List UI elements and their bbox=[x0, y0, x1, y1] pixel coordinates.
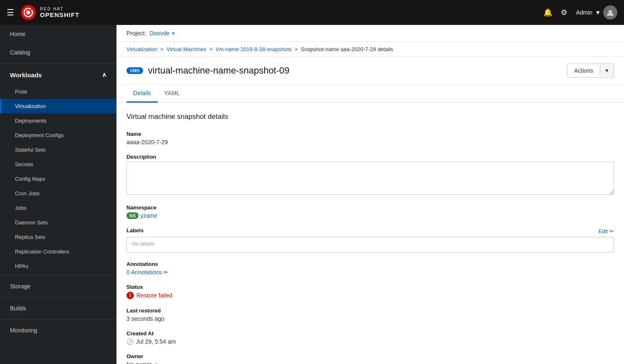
sidebar-item-deployment-configs[interactable]: Deployment Configs bbox=[0, 128, 116, 143]
project-bar: Project: Doovde bbox=[116, 25, 624, 42]
sidebar-item-monitoring[interactable]: Monitoring bbox=[0, 321, 116, 339]
status-value: ! Restore failed bbox=[126, 292, 614, 299]
svg-point-2 bbox=[26, 10, 30, 15]
labels-edit-icon: ✏ bbox=[609, 228, 614, 234]
sidebar-item-stateful-sets[interactable]: Stateful Sets bbox=[0, 143, 116, 157]
project-label: Project: bbox=[126, 30, 146, 37]
sidebar-item-config-maps[interactable]: Config Maps bbox=[0, 172, 116, 186]
owner-value: No owner bbox=[126, 361, 151, 364]
sidebar-item-deployments[interactable]: Deployments bbox=[0, 113, 116, 128]
settings-gear-icon[interactable]: ⚙ bbox=[561, 8, 567, 17]
avatar bbox=[603, 5, 617, 20]
vms-badge: VMS bbox=[126, 67, 143, 74]
sidebar-item-replica-sets[interactable]: Replica Sets bbox=[0, 230, 116, 244]
name-label: Name bbox=[126, 131, 614, 137]
last-restored-label: Last restored bbox=[126, 307, 614, 314]
sidebar-item-hpas[interactable]: HPAs bbox=[0, 259, 116, 273]
last-restored-value: 3 seconds ago bbox=[126, 315, 614, 322]
description-textarea[interactable] bbox=[126, 162, 614, 195]
annotations-link[interactable]: 0 Annotations ✏ bbox=[126, 269, 614, 275]
main-content: Project: Doovde Virtualization > Virtual… bbox=[116, 25, 624, 364]
tab-details[interactable]: Details bbox=[126, 85, 158, 103]
breadcrumb-virtual-machines[interactable]: Virtual Machines bbox=[166, 46, 206, 52]
tabs: Details YAML bbox=[116, 85, 624, 103]
actions-label: Actions bbox=[567, 64, 600, 77]
content-area: Virtual machine snapshot details Name aa… bbox=[116, 103, 624, 364]
namespace-value-link[interactable]: yzamir bbox=[140, 212, 157, 219]
field-created-at: Created At 🕐 Jul 29, 5:54 am bbox=[126, 330, 614, 345]
hamburger-menu-button[interactable]: ☰ bbox=[7, 7, 14, 17]
status-error-icon: ! bbox=[126, 292, 134, 299]
sidebar-item-secrets[interactable]: Secrets bbox=[0, 157, 116, 172]
namespace-label: Namespace bbox=[126, 204, 614, 211]
section-title: Virtual machine snapshot details bbox=[126, 113, 614, 121]
breadcrumb: Virtualization > Virtual Machines > Vm-n… bbox=[116, 42, 624, 57]
user-label: Admin bbox=[576, 9, 592, 16]
openshift-logo-icon bbox=[21, 5, 36, 20]
sidebar-section-workloads[interactable]: Workloads ∧ bbox=[0, 65, 116, 84]
sidebar-item-jobs[interactable]: Jobs bbox=[0, 201, 116, 215]
field-namespace: Namespace NS yzamir bbox=[126, 204, 614, 219]
annotations-edit-icon[interactable]: ✏ bbox=[163, 269, 168, 275]
notification-bell-icon[interactable]: 🔔 bbox=[543, 8, 552, 17]
logo: RED HAT OPENSHIFT bbox=[21, 5, 79, 20]
name-value: aaaa-2020-7-29 bbox=[126, 139, 614, 145]
user-dropdown-icon: ▼ bbox=[595, 9, 601, 16]
created-at-value: 🕐 Jul 29, 5:54 am bbox=[126, 338, 614, 345]
labels-placeholder: No labels bbox=[132, 241, 154, 247]
logo-text: RED HAT OPENSHIFT bbox=[40, 7, 79, 18]
sidebar-item-builds[interactable]: Builds bbox=[0, 299, 116, 317]
page-header: VMS virtual-machine-name-snapshot-09 Act… bbox=[116, 57, 624, 85]
field-status: Status ! Restore failed bbox=[126, 284, 614, 299]
namespace-badge: NS bbox=[126, 212, 139, 219]
status-label: Status bbox=[126, 284, 614, 290]
actions-dropdown-button[interactable]: Actions ▼ bbox=[567, 64, 614, 78]
clock-icon: 🕐 bbox=[126, 338, 134, 345]
breadcrumb-current: Snapshot-name aaa-2020-7-29 details bbox=[301, 46, 393, 52]
sidebar-item-home[interactable]: Home bbox=[0, 25, 116, 43]
field-last-restored: Last restored 3 seconds ago bbox=[126, 307, 614, 322]
topnav-actions: 🔔 ⚙ Admin ▼ bbox=[543, 5, 617, 20]
breadcrumb-vm-name[interactable]: Vm-name 2019-8-28-snapshots bbox=[215, 46, 292, 52]
sidebar-item-storage[interactable]: Storage bbox=[0, 277, 116, 295]
labels-edit-button[interactable]: Edit ✏ bbox=[599, 228, 614, 234]
sidebar-item-catalog[interactable]: Catalog bbox=[0, 43, 116, 61]
sidebar-item-cron-jobs[interactable]: Cron Jobs bbox=[0, 186, 116, 201]
labels-box: No labels bbox=[126, 237, 614, 253]
tab-yaml[interactable]: YAML bbox=[158, 85, 186, 103]
description-label: Description bbox=[126, 154, 614, 160]
field-owner: Owner No owner ✏ bbox=[126, 353, 614, 364]
sidebar-item-daemon-sets[interactable]: Daemon Sets bbox=[0, 215, 116, 230]
owner-label: Owner bbox=[126, 353, 614, 359]
created-at-label: Created At bbox=[126, 330, 614, 337]
field-description: Description bbox=[126, 154, 614, 196]
actions-dropdown-icon: ▼ bbox=[600, 64, 614, 77]
breadcrumb-sep2: > bbox=[209, 46, 213, 52]
breadcrumb-sep1: > bbox=[160, 46, 163, 52]
field-annotations: Annotations 0 Annotations ✏ bbox=[126, 261, 614, 275]
page-title: virtual-machine-name-snapshot-09 bbox=[148, 65, 290, 76]
top-navigation: ☰ RED HAT OPENSHIFT 🔔 ⚙ Admin ▼ bbox=[0, 0, 624, 25]
workloads-chevron-icon: ∧ bbox=[102, 71, 106, 79]
breadcrumb-virtualization[interactable]: Virtualization bbox=[126, 46, 157, 52]
field-name: Name aaaa-2020-7-29 bbox=[126, 131, 614, 145]
sidebar-item-virtualization[interactable]: Virtualization bbox=[0, 99, 116, 113]
annotations-label: Annotations bbox=[126, 261, 614, 267]
user-menu[interactable]: Admin ▼ bbox=[576, 5, 617, 20]
labels-label: Labels bbox=[126, 227, 144, 234]
field-labels: Labels Edit ✏ No labels bbox=[126, 227, 614, 253]
sidebar-item-pods[interactable]: Pods bbox=[0, 84, 116, 99]
project-name-selector[interactable]: Doovde bbox=[149, 30, 175, 37]
breadcrumb-sep3: > bbox=[295, 46, 298, 52]
sidebar: Home Catalog Workloads ∧ Pods Virtualiza… bbox=[0, 25, 116, 364]
sidebar-item-replication-controllers[interactable]: Replication Controllers bbox=[0, 244, 116, 259]
owner-edit-icon[interactable]: ✏ bbox=[155, 362, 159, 364]
